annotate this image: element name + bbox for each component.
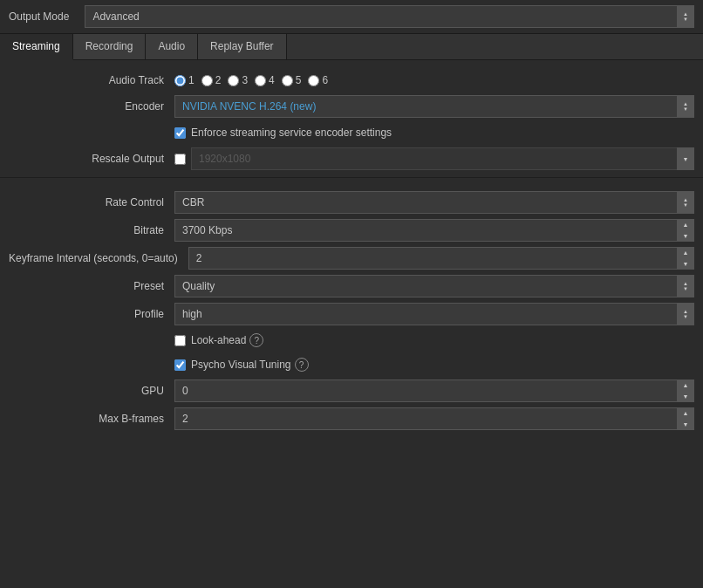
rate-control-field: CBR VBR CQP Lossless xyxy=(174,191,694,214)
gpu-arrows: ▲ ▼ xyxy=(677,379,694,402)
enforce-settings-text: Enforce streaming service encoder settin… xyxy=(191,126,392,139)
encoder-wrapper: NVIDIA NVENC H.264 (new) xyxy=(174,95,694,118)
gpu-input[interactable] xyxy=(174,379,694,402)
audio-track-3[interactable]: 3 xyxy=(228,74,248,86)
keyframe-interval-label: Keyframe Interval (seconds, 0=auto) xyxy=(9,252,188,264)
audio-track-4[interactable]: 4 xyxy=(255,74,275,86)
tab-recording[interactable]: Recording xyxy=(73,34,147,59)
rescale-select[interactable]: 1920x1080 xyxy=(191,147,694,170)
gpu-down[interactable]: ▼ xyxy=(677,391,694,402)
look-ahead-field: Look-ahead ? xyxy=(174,332,694,349)
max-bframes-down[interactable]: ▼ xyxy=(677,419,694,430)
keyframe-down[interactable]: ▼ xyxy=(677,258,694,270)
bitrate-wrapper: ▲ ▼ xyxy=(174,219,694,242)
profile-wrapper: high main baseline high444p xyxy=(174,303,694,325)
audio-track-5[interactable]: 5 xyxy=(282,74,302,86)
rescale-output-field: 1920x1080 xyxy=(174,147,694,170)
keyframe-arrows: ▲ ▼ xyxy=(677,247,694,270)
keyframe-input[interactable] xyxy=(188,247,694,270)
bitrate-field: ▲ ▼ xyxy=(174,219,694,242)
rescale-output-checkbox[interactable] xyxy=(174,154,186,165)
look-ahead-checkbox[interactable] xyxy=(174,335,186,346)
section-separator xyxy=(0,177,703,184)
keyframe-wrapper: ▲ ▼ xyxy=(188,247,694,270)
audio-track-radio-group: 1 2 3 4 5 6 xyxy=(174,74,328,86)
enforce-settings-field: Enforce streaming service encoder settin… xyxy=(174,124,694,141)
enforce-settings-checkbox[interactable] xyxy=(174,127,186,139)
enforce-settings-checkbox-label[interactable]: Enforce streaming service encoder settin… xyxy=(174,124,392,141)
psycho-visual-row: Psycho Visual Tuning ? xyxy=(0,353,703,376)
look-ahead-text: Look-ahead xyxy=(191,334,246,346)
preset-label: Preset xyxy=(9,280,174,292)
look-ahead-help-icon[interactable]: ? xyxy=(249,333,263,347)
keyframe-interval-row: Keyframe Interval (seconds, 0=auto) ▲ ▼ xyxy=(0,245,703,271)
audio-track-2[interactable]: 2 xyxy=(201,74,222,86)
max-bframes-arrows: ▲ ▼ xyxy=(677,407,694,430)
bitrate-up[interactable]: ▲ xyxy=(677,219,694,230)
streaming-content: Audio Track 1 2 3 4 5 6 xyxy=(0,60,703,442)
rate-control-row: Rate Control CBR VBR CQP Lossless xyxy=(0,189,703,215)
profile-row: Profile high main baseline high444p xyxy=(0,301,703,327)
gpu-label: GPU xyxy=(9,385,174,397)
gpu-up[interactable]: ▲ xyxy=(677,379,694,391)
rescale-select-wrapper: 1920x1080 xyxy=(191,147,694,170)
keyframe-interval-field: ▲ ▼ xyxy=(188,247,694,270)
audio-track-label: Audio Track xyxy=(9,74,174,86)
look-ahead-label[interactable]: Look-ahead xyxy=(174,332,246,349)
tabs-bar: Streaming Recording Audio Replay Buffer xyxy=(0,34,703,60)
bitrate-down[interactable]: ▼ xyxy=(677,230,694,242)
max-bframes-row: Max B-frames ▲ ▼ xyxy=(0,406,703,432)
max-bframes-input[interactable] xyxy=(174,407,694,430)
bitrate-row: Bitrate ▲ ▼ xyxy=(0,217,703,243)
tab-streaming[interactable]: Streaming xyxy=(0,34,73,60)
psycho-visual-text: Psycho Visual Tuning xyxy=(191,359,291,371)
keyframe-up[interactable]: ▲ xyxy=(677,247,694,258)
tab-replay-buffer[interactable]: Replay Buffer xyxy=(198,34,287,59)
encoder-row: Encoder NVIDIA NVENC H.264 (new) xyxy=(0,93,703,120)
output-mode-bar: Output Mode Advanced xyxy=(0,0,703,34)
rate-control-wrapper: CBR VBR CQP Lossless xyxy=(174,191,694,214)
rescale-output-label: Rescale Output xyxy=(9,153,174,165)
profile-label: Profile xyxy=(9,308,174,320)
encoder-select[interactable]: NVIDIA NVENC H.264 (new) xyxy=(174,95,694,118)
max-bframes-wrapper: ▲ ▼ xyxy=(174,407,694,430)
audio-track-6[interactable]: 6 xyxy=(308,74,328,86)
bitrate-input[interactable] xyxy=(174,219,694,242)
encoder-label: Encoder xyxy=(9,100,174,113)
rescale-output-row: Rescale Output 1920x1080 xyxy=(0,146,703,172)
gpu-wrapper: ▲ ▼ xyxy=(174,379,694,402)
preset-row: Preset Default Quality Performance Max Q… xyxy=(0,273,703,299)
preset-field: Default Quality Performance Max Quality … xyxy=(174,275,694,297)
tab-audio[interactable]: Audio xyxy=(146,34,198,59)
rate-control-label: Rate Control xyxy=(9,196,174,209)
max-bframes-label: Max B-frames xyxy=(9,413,174,425)
audio-track-1[interactable]: 1 xyxy=(174,74,195,86)
audio-track-field: 1 2 3 4 5 6 xyxy=(174,74,694,86)
rescale-row-inner: 1920x1080 xyxy=(174,147,694,170)
look-ahead-row: Look-ahead ? xyxy=(0,329,703,352)
enforce-settings-row: Enforce streaming service encoder settin… xyxy=(0,121,703,144)
preset-select[interactable]: Default Quality Performance Max Quality … xyxy=(174,275,694,297)
bitrate-arrows: ▲ ▼ xyxy=(677,219,694,242)
profile-select[interactable]: high main baseline high444p xyxy=(174,303,694,325)
psycho-visual-field: Psycho Visual Tuning ? xyxy=(174,356,694,373)
max-bframes-up[interactable]: ▲ xyxy=(677,407,694,419)
rate-control-select[interactable]: CBR VBR CQP Lossless xyxy=(174,191,694,214)
psycho-visual-help-icon[interactable]: ? xyxy=(295,358,309,372)
gpu-row: GPU ▲ ▼ xyxy=(0,378,703,404)
output-mode-select[interactable]: Advanced xyxy=(85,5,694,28)
psycho-visual-label[interactable]: Psycho Visual Tuning xyxy=(174,356,291,373)
audio-track-row: Audio Track 1 2 3 4 5 6 xyxy=(0,69,703,92)
bitrate-label: Bitrate xyxy=(9,224,174,236)
profile-field: high main baseline high444p xyxy=(174,303,694,325)
psycho-visual-checkbox[interactable] xyxy=(174,359,186,371)
max-bframes-field: ▲ ▼ xyxy=(174,407,694,430)
preset-wrapper: Default Quality Performance Max Quality … xyxy=(174,275,694,297)
output-mode-label: Output Mode xyxy=(9,10,76,23)
output-mode-wrapper: Advanced xyxy=(85,5,694,28)
gpu-field: ▲ ▼ xyxy=(174,379,694,402)
encoder-field: NVIDIA NVENC H.264 (new) xyxy=(174,95,694,118)
